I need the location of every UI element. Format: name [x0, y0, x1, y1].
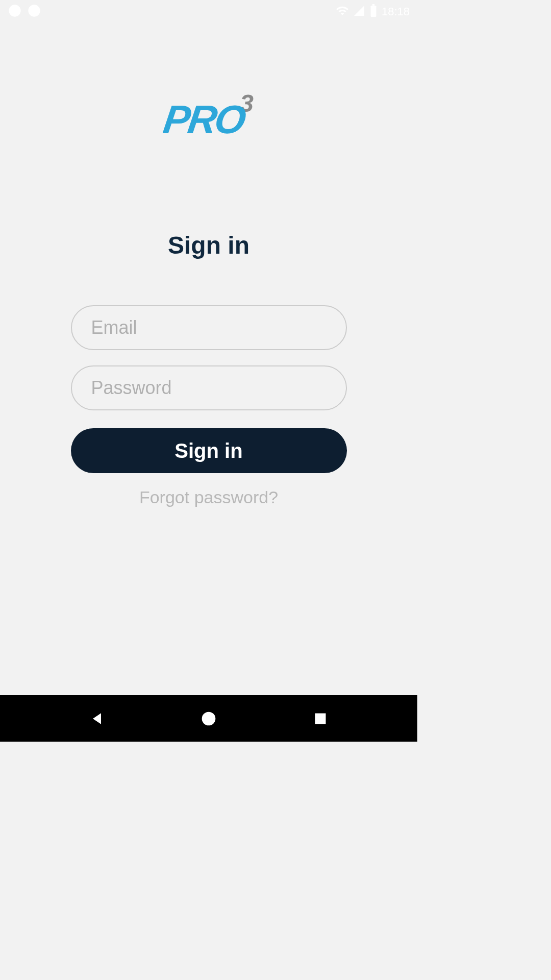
back-button[interactable] — [84, 706, 110, 731]
svg-point-4 — [202, 712, 216, 725]
app-icon — [27, 4, 41, 20]
status-bar-right: 18:18 — [336, 4, 410, 19]
page-title: Sign in — [168, 231, 249, 259]
wifi-icon — [336, 4, 349, 19]
svg-rect-3 — [372, 4, 374, 6]
forgot-password-link[interactable]: Forgot password? — [139, 487, 278, 507]
email-field[interactable] — [71, 305, 347, 350]
svg-point-0 — [9, 5, 20, 16]
app-logo: PRO 3 — [164, 100, 254, 139]
status-bar: 18:18 — [0, 0, 417, 23]
svg-rect-2 — [371, 6, 377, 17]
navigation-bar — [0, 695, 417, 742]
signal-icon — [353, 5, 365, 19]
password-field[interactable] — [71, 365, 347, 410]
signin-button[interactable]: Sign in — [71, 428, 347, 473]
status-bar-left — [8, 4, 41, 20]
status-time: 18:18 — [382, 5, 410, 18]
home-button[interactable] — [196, 706, 221, 731]
logo-text: PRO — [161, 100, 247, 139]
main-content: PRO 3 Sign in Sign in Forgot password? — [0, 23, 417, 507]
signin-form: Sign in — [71, 305, 347, 473]
recents-button[interactable] — [308, 706, 333, 731]
notification-icon — [8, 4, 22, 20]
svg-rect-5 — [315, 713, 326, 724]
battery-icon — [369, 4, 378, 19]
svg-point-1 — [28, 5, 40, 16]
